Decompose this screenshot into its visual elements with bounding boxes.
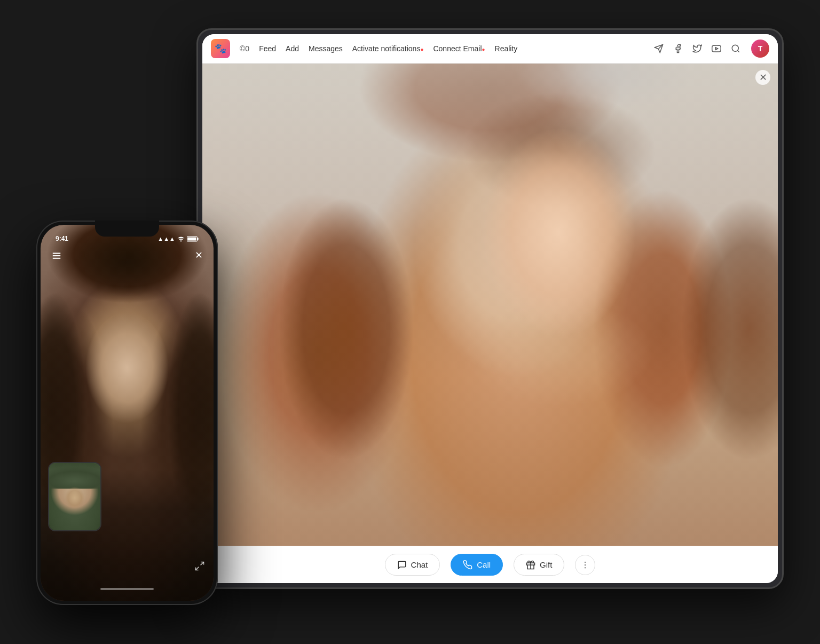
call-button[interactable]: Call xyxy=(451,554,503,576)
svg-line-18 xyxy=(196,567,199,570)
nav-reality[interactable]: Reality xyxy=(495,44,518,53)
svg-point-7 xyxy=(585,561,586,562)
svg-point-8 xyxy=(585,564,586,565)
phone-menu-button[interactable] xyxy=(51,250,62,261)
navbar: 🐾 ©0 Feed Add Messages Activate notifica… xyxy=(202,34,778,64)
twitter-icon[interactable] xyxy=(691,43,703,54)
phone-inset-video xyxy=(48,462,101,531)
send-icon[interactable] xyxy=(653,43,665,54)
nav-add[interactable]: Add xyxy=(286,44,299,53)
svg-line-4 xyxy=(737,50,739,52)
wifi-icon xyxy=(177,235,185,242)
nav-messages[interactable]: Messages xyxy=(309,44,343,53)
phone-expand-icon[interactable] xyxy=(194,561,205,571)
phone-screen: 9:41 ▲▲▲ xyxy=(41,225,214,601)
search-icon[interactable] xyxy=(730,43,742,54)
content-area: ✕ xyxy=(202,64,778,546)
phone-device: 9:41 ▲▲▲ xyxy=(36,221,218,605)
home-indicator xyxy=(100,588,154,590)
signal-icon: ▲▲▲ xyxy=(157,235,175,242)
svg-point-3 xyxy=(732,45,738,51)
tablet-device: 🐾 ©0 Feed Add Messages Activate notifica… xyxy=(196,28,784,589)
phone-status-bar: 9:41 ▲▲▲ xyxy=(41,232,214,245)
gift-label: Gift xyxy=(540,560,552,569)
svg-point-9 xyxy=(585,567,586,568)
call-label: Call xyxy=(477,560,491,569)
phone-time: 9:41 xyxy=(56,235,68,242)
phone-bottom-bar xyxy=(41,588,214,590)
nav-feed[interactable]: Feed xyxy=(259,44,276,53)
gift-button[interactable]: Gift xyxy=(514,554,564,576)
chat-icon xyxy=(397,560,407,570)
nav-activate-notifications[interactable]: Activate notifications● xyxy=(352,44,424,53)
more-options-button[interactable] xyxy=(575,555,595,575)
phone-close-button[interactable]: ✕ xyxy=(195,249,203,261)
call-icon xyxy=(463,560,472,570)
inset-face xyxy=(61,483,88,513)
chat-label: Chat xyxy=(411,560,428,569)
phone-controls: ✕ xyxy=(41,249,214,261)
logo-icon: 🐾 xyxy=(215,43,226,54)
facebook-icon[interactable] xyxy=(672,43,684,54)
svg-marker-2 xyxy=(715,48,718,50)
action-bar: Chat Call xyxy=(202,546,778,583)
coin-count: ©0 xyxy=(240,44,249,53)
navbar-icons xyxy=(653,43,742,54)
svg-rect-13 xyxy=(198,238,199,240)
svg-rect-12 xyxy=(187,238,196,241)
close-button[interactable]: ✕ xyxy=(755,70,770,85)
app-logo[interactable]: 🐾 xyxy=(211,39,230,58)
nav-connect-email[interactable]: Connect Email● xyxy=(433,44,485,53)
youtube-icon[interactable] xyxy=(711,43,722,54)
user-avatar[interactable]: T xyxy=(751,40,769,58)
gift-icon xyxy=(526,560,535,570)
svg-point-10 xyxy=(180,241,182,242)
scene: 🐾 ©0 Feed Add Messages Activate notifica… xyxy=(36,28,784,616)
phone-status-icons: ▲▲▲ xyxy=(157,235,199,242)
tablet-screen: 🐾 ©0 Feed Add Messages Activate notifica… xyxy=(202,34,778,583)
battery-icon xyxy=(187,235,199,242)
svg-line-17 xyxy=(201,562,204,566)
chat-button[interactable]: Chat xyxy=(385,554,440,576)
portrait-overlay xyxy=(202,64,778,546)
